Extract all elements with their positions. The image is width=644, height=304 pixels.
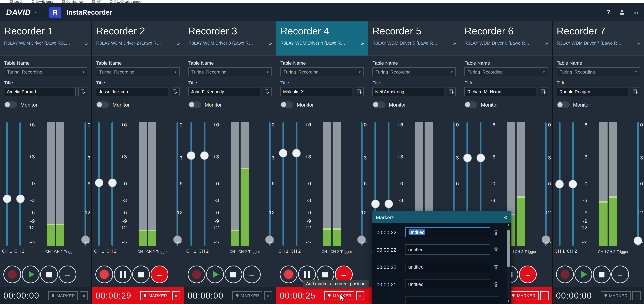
ch2-fader[interactable] — [572, 122, 574, 246]
ch1-fader[interactable] — [559, 122, 560, 246]
marker-expand-button[interactable]: » — [540, 291, 548, 300]
marker-label-input[interactable]: untitled — [405, 262, 490, 272]
marker-label-input[interactable]: untitled — [405, 245, 490, 255]
driver-link[interactable]: R3LAY WDM Driver 6 (Lawo R… — [464, 41, 529, 46]
ch1-fader[interactable] — [190, 122, 192, 246]
ch1-fader[interactable] — [98, 122, 100, 246]
marker-label-input[interactable] — [405, 297, 499, 304]
monitor-toggle[interactable] — [556, 101, 570, 108]
collapse-panel-icon[interactable]: « — [504, 213, 507, 221]
scrollbar-thumb[interactable] — [507, 230, 510, 267]
marker-button[interactable]: MARKER — [508, 291, 539, 300]
user-menu-text[interactable]: m — [634, 9, 638, 15]
double-chevron-icon[interactable]: » — [453, 40, 456, 46]
report-button[interactable] — [78, 87, 88, 96]
marker-button[interactable]: MARKER — [324, 291, 354, 300]
marker-button[interactable]: MARKER — [232, 291, 262, 300]
title-input[interactable] — [4, 87, 76, 96]
bookmark-item[interactable]: DAVID orga — [32, 0, 53, 3]
stop-button[interactable] — [593, 266, 610, 283]
record-button[interactable] — [188, 266, 205, 283]
report-button[interactable] — [447, 87, 456, 96]
bookmark-item[interactable]: Local — [10, 0, 22, 3]
scrollbar-vertical[interactable]: ▲ ▼ — [506, 223, 511, 303]
report-button[interactable] — [263, 87, 272, 96]
monitor-toggle[interactable] — [96, 101, 109, 108]
report-button[interactable] — [631, 87, 640, 96]
recorder-header[interactable]: Recorder 7 R3LAY WDM Driver 7 (Lawo R… » — [552, 21, 644, 56]
record-button[interactable] — [4, 266, 21, 283]
title-input[interactable] — [372, 87, 444, 96]
monitor-toggle[interactable] — [464, 101, 478, 108]
double-chevron-icon[interactable]: » — [361, 40, 364, 46]
ch1-fader-knob[interactable] — [463, 154, 472, 162]
scroll-up-icon[interactable]: ▲ — [507, 223, 510, 227]
marker-button[interactable]: MARKER — [140, 291, 170, 300]
table-name-select[interactable]: Turing_Recording ▾ — [464, 67, 548, 76]
scroll-left-icon[interactable]: ‹ — [374, 299, 375, 304]
ch1-fader-knob[interactable] — [279, 149, 288, 157]
ch2-fader[interactable] — [20, 122, 21, 246]
ch2-fader[interactable] — [296, 122, 298, 246]
report-button[interactable] — [355, 87, 364, 96]
double-chevron-icon[interactable]: » — [269, 40, 272, 46]
user-icon[interactable] — [619, 9, 625, 15]
next-button[interactable]: → — [243, 266, 260, 283]
delete-marker-button[interactable] — [494, 247, 499, 252]
double-chevron-icon[interactable]: » — [637, 40, 640, 46]
record-button[interactable] — [96, 266, 113, 283]
scroll-right-icon[interactable]: › — [504, 299, 505, 304]
driver-link[interactable]: R3LAY WDM Driver 4 (Lawo R… — [280, 41, 345, 46]
bookmark-item[interactable]: Confluence — [62, 0, 83, 3]
ch1-fader[interactable] — [6, 122, 8, 246]
double-chevron-icon[interactable]: » — [545, 40, 548, 46]
david-brand-logo[interactable]: DAVID — [6, 8, 31, 17]
play-pause-button[interactable] — [22, 266, 40, 283]
marker-button[interactable]: MARKER — [600, 291, 631, 300]
record-button[interactable] — [280, 266, 298, 283]
table-name-select[interactable]: Turing_Recording ▾ — [556, 67, 640, 76]
next-button[interactable]: → — [58, 266, 76, 283]
scroll-down-icon[interactable]: ▼ — [507, 299, 510, 303]
driver-link[interactable]: R3LAY WDM Driver 7 (Lawo R… — [556, 41, 621, 46]
ch1-fader[interactable] — [282, 122, 284, 246]
title-input[interactable] — [96, 87, 168, 96]
monitor-toggle[interactable] — [280, 101, 294, 108]
table-name-select[interactable]: Turing_Recording ▾ — [372, 67, 456, 76]
marker-expand-button[interactable]: » — [172, 291, 180, 300]
recorder-header[interactable]: Recorder 2 R3LAY WDM Driver 2 (Lawo R… » — [92, 21, 184, 56]
marker-expand-button[interactable]: » — [356, 291, 364, 300]
report-button[interactable] — [539, 87, 548, 96]
chevron-down-icon[interactable]: ▾ — [35, 10, 37, 15]
recorder-header[interactable]: Recorder 1 R3LAY WDM Driver (Lawo R3L… » — [0, 21, 92, 56]
title-input[interactable] — [464, 87, 536, 96]
ch2-fader[interactable] — [112, 122, 113, 246]
monitor-toggle[interactable] — [188, 101, 201, 108]
bookmark-item[interactable]: ROAD value props — [110, 0, 141, 3]
table-name-select[interactable]: Turing_Recording ▾ — [188, 67, 272, 76]
bookmark-item[interactable]: NT — [92, 0, 101, 3]
ch1-fader-knob[interactable] — [371, 200, 380, 208]
recorder-header[interactable]: Recorder 3 R3LAY WDM Driver 3 (Lawo R… » — [184, 21, 276, 56]
report-button[interactable] — [170, 87, 180, 96]
table-name-select[interactable]: Turing_Recording ▾ — [4, 67, 88, 76]
ch1-fader-knob[interactable] — [95, 179, 104, 187]
next-button[interactable]: → — [151, 266, 168, 283]
double-chevron-icon[interactable]: » — [85, 40, 88, 46]
ch1-fader-knob[interactable] — [3, 195, 11, 203]
title-input[interactable] — [556, 87, 628, 96]
driver-link[interactable]: R3LAY WDM Driver (Lawo R3L… — [4, 41, 70, 46]
driver-link[interactable]: R3LAY WDM Driver 2 (Lawo R… — [96, 41, 161, 46]
record-button[interactable] — [556, 266, 574, 283]
marker-expand-button[interactable]: » — [264, 291, 272, 300]
marker-expand-button[interactable]: » — [632, 291, 640, 300]
double-chevron-icon[interactable]: » — [177, 40, 180, 46]
play-pause-button[interactable] — [574, 266, 592, 283]
delete-marker-button[interactable] — [494, 264, 499, 270]
stop-button[interactable] — [224, 266, 242, 283]
recorder-header[interactable]: Recorder 6 R3LAY WDM Driver 6 (Lawo R… » — [460, 21, 552, 56]
marker-expand-button[interactable]: » — [80, 291, 88, 300]
monitor-toggle[interactable] — [4, 101, 17, 108]
ch2-fader[interactable] — [204, 122, 205, 246]
title-input[interactable] — [280, 87, 352, 96]
